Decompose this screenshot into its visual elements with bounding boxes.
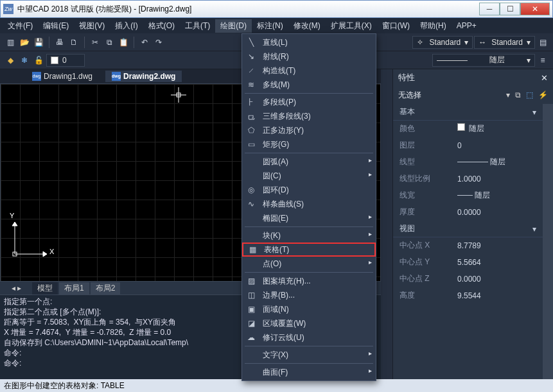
menu-item[interactable]: ◪区域覆盖(W) [242,316,376,330]
layer-combo[interactable]: 0 [46,54,85,67]
property-row[interactable]: 中心点 Y5.5664 [393,254,543,271]
menu-item[interactable]: ▦表格(T) [242,243,376,257]
menu-item-label: 曲面(F) [263,367,371,378]
menu-item[interactable]: ◎圆环(D) [242,183,376,197]
menu-item[interactable]: 圆弧(A) [242,155,376,169]
layer-manager-icon[interactable]: ◆ [4,54,17,67]
flash-icon[interactable]: ⚡ [538,90,548,99]
menu-n[interactable]: 标注(N) [252,19,288,33]
props-icon[interactable]: ▤ [536,36,549,49]
drawing-tab[interactable]: dwgDrawing2.dwg [105,71,182,82]
menu-item-icon: ◪ [245,318,258,328]
undo-icon[interactable]: ↶ [138,36,151,49]
layout-tab[interactable]: 模型 [32,282,58,294]
menu-app[interactable]: APP+ [452,20,482,31]
menu-o[interactable]: 格式(O) [143,19,180,33]
menu-item[interactable]: ↘射线(R) [242,49,376,64]
property-value[interactable]: —— 随层 [455,190,543,201]
layout-tab[interactable]: 布局2 [91,282,121,294]
menu-t[interactable]: 工具(T) [180,19,215,33]
menu-d[interactable]: 绘图(D) [215,19,252,33]
menu-f[interactable]: 文件(F) [3,19,38,33]
layer-lock-icon[interactable]: 🔓 [32,54,45,67]
menu-item[interactable]: ≋多线(M) [242,78,376,92]
properties-close-icon[interactable]: ✕ [541,73,548,83]
minimize-button[interactable]: ─ [479,3,500,15]
property-row[interactable]: 线型比例1.0000 [393,171,543,187]
properties-scrollbar[interactable] [543,104,553,379]
menu-item[interactable]: 圆(C) [242,169,376,183]
property-value[interactable]: 0 [455,141,543,150]
property-value[interactable]: 5.5664 [455,258,543,267]
property-group-header[interactable]: 基本▾ [393,104,543,121]
property-value[interactable]: 1.0000 [455,175,543,183]
menu-item[interactable]: ⺊多段线(P) [242,95,376,109]
menu-item-icon [245,213,258,223]
maximize-button[interactable]: ☐ [500,3,520,15]
property-row[interactable]: 高度9.5544 [393,287,543,304]
menu-i[interactable]: 插入(I) [110,19,143,33]
menu-item[interactable]: ⺋三维多段线(3) [242,109,376,123]
property-row[interactable]: 图层0 [393,137,543,154]
new-icon[interactable]: ▥ [4,36,17,49]
menu-item[interactable]: ▨图案填充(H)... [242,274,376,288]
property-row[interactable]: 颜色随层 [393,121,543,137]
close-button[interactable]: ✕ [520,3,550,15]
property-value[interactable]: 8.7789 [455,241,543,250]
drawing-tab[interactable]: dwgDrawing1.dwg [26,71,99,82]
lineweight-icon[interactable]: ≡ [536,54,549,67]
property-value[interactable]: 0.0000 [455,208,543,217]
property-row[interactable]: 线宽—— 随层 [393,187,543,204]
layout-tab[interactable]: 布局1 [59,282,89,294]
property-value[interactable]: ———— 随层 [455,157,543,167]
layer-freeze-icon[interactable]: ❄ [18,54,31,67]
property-row[interactable]: 中心点 X8.7789 [393,237,543,254]
property-value[interactable]: 0.0000 [455,275,543,284]
menu-e[interactable]: 编辑(E) [38,19,74,33]
cut-icon[interactable]: ✂ [89,36,101,49]
property-group-header[interactable]: 视图▾ [393,221,543,237]
print-icon[interactable]: 🖶 [53,36,66,49]
menu-item-icon: ▨ [245,276,258,286]
property-row[interactable]: 厚度0.0000 [393,204,543,221]
menu-h[interactable]: 帮助(H) [415,19,452,33]
style-combo-1[interactable]: ✧Standard▾ [412,36,473,49]
menu-m[interactable]: 修改(M) [288,19,326,33]
selection-combo[interactable]: 无选择 [398,90,501,101]
property-key: 厚度 [393,207,455,217]
menu-item[interactable]: ╲直线(L) [242,35,376,49]
open-icon[interactable]: 📂 [18,36,31,49]
menu-item[interactable]: 椭圆(E) [242,211,376,225]
menu-item[interactable]: 点(O) [242,257,376,271]
property-row[interactable]: 线型———— 随层 [393,154,543,171]
preview-icon[interactable]: 🗋 [67,36,80,49]
style-combo-2[interactable]: ↔Standard▾ [474,36,535,49]
menu-item[interactable]: 文字(X) [242,348,376,362]
menu-item[interactable]: ☁修订云线(U) [242,330,376,345]
save-icon[interactable]: 💾 [32,36,45,49]
menu-item[interactable]: ▣面域(N) [242,302,376,316]
menu-v[interactable]: 视图(V) [74,19,110,33]
selection-dropdown-icon[interactable]: ▾ [506,90,510,99]
property-row[interactable]: 中心点 Z0.0000 [393,271,543,287]
bylayer-combo[interactable]: ————随层▾ [432,54,535,67]
menu-item[interactable]: 曲面(F) [242,365,376,379]
menu-item[interactable]: ▭矩形(G) [242,137,376,151]
menu-item[interactable]: ◫边界(B)... [242,288,376,302]
redo-icon[interactable]: ↷ [152,36,165,49]
menu-item[interactable]: ⬠正多边形(Y) [242,123,376,137]
menu-item[interactable]: ∿样条曲线(S) [242,197,376,211]
menu-x[interactable]: 扩展工具(X) [326,19,377,33]
menu-item[interactable]: 块(K) [242,228,376,243]
property-value[interactable]: 9.5544 [455,291,543,300]
paste-icon[interactable]: 📋 [117,36,130,49]
menu-item-icon: ▣ [245,304,258,314]
pick-icon[interactable]: ⬚ [526,90,533,99]
ucs-icon: X Y [8,216,53,262]
ucs-x-label: X [49,248,54,255]
property-value[interactable]: 随层 [455,123,543,134]
quick-select-icon[interactable]: ⧉ [515,90,521,99]
menu-item[interactable]: ⟋构造线(T) [242,64,376,78]
menu-w[interactable]: 窗口(W) [377,19,415,33]
copy-icon[interactable]: ⧉ [103,36,116,49]
